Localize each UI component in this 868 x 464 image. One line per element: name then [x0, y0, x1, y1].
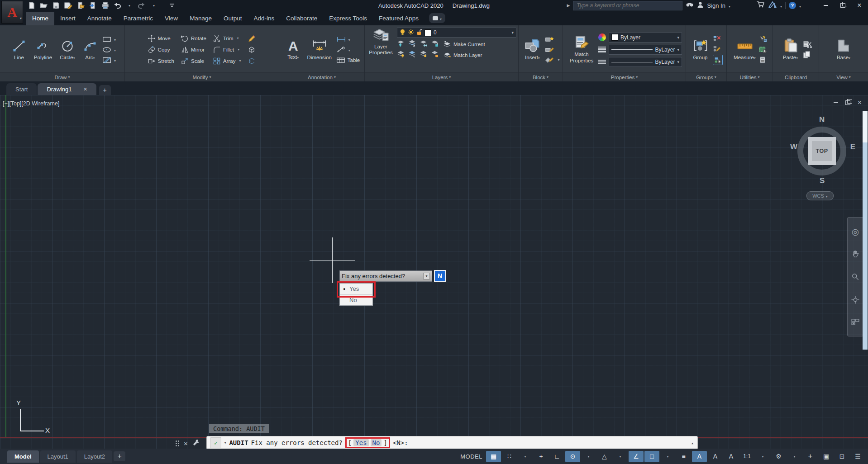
window-close-button[interactable]: ×: [853, 0, 866, 10]
fillet-button[interactable]: Fillet: [213, 45, 241, 54]
viewcube-top-face[interactable]: TOP: [808, 137, 836, 165]
command-history-expand-icon[interactable]: ▴: [691, 440, 694, 445]
group-edit-button[interactable]: [713, 44, 723, 53]
ribbon-tab-addins[interactable]: Add-ins: [248, 12, 280, 25]
pan-icon[interactable]: [851, 250, 859, 260]
qat-open-button[interactable]: [38, 1, 49, 10]
panel-label-clipboard[interactable]: Clipboard: [773, 72, 819, 81]
file-tab-start[interactable]: Start: [6, 83, 37, 95]
file-tab-drawing1[interactable]: Drawing1 ×: [38, 83, 96, 95]
annotation-visibility-toggle[interactable]: A: [692, 451, 707, 462]
qat-save-button[interactable]: [51, 1, 62, 10]
help-search-input[interactable]: [573, 1, 682, 10]
ungroup-button[interactable]: [713, 34, 723, 43]
match-layer-button[interactable]: Match Layer: [443, 51, 482, 59]
new-layout-button[interactable]: +: [114, 451, 125, 461]
show-motion-icon[interactable]: [851, 319, 859, 327]
model-space-toggle[interactable]: MODEL: [460, 453, 482, 460]
panel-label-view[interactable]: View: [819, 72, 868, 81]
panel-label-modify[interactable]: Modify: [125, 72, 279, 81]
application-menu-button[interactable]: A ▾: [1, 1, 23, 24]
qat-plot-button[interactable]: [100, 1, 110, 10]
navigation-wheel-icon[interactable]: ◎: [852, 227, 859, 237]
ribbon-tab-manage[interactable]: Manage: [184, 12, 218, 25]
linetype-dropdown[interactable]: ByLayer▾: [609, 57, 682, 67]
isometric-dropdown[interactable]: [613, 451, 628, 462]
qat-save-web-mobile-button[interactable]: [87, 1, 98, 10]
command-option-yes[interactable]: Yes: [353, 439, 368, 446]
recent-commands-caret-icon[interactable]: ▾: [224, 440, 226, 445]
copy-clip-button[interactable]: [803, 51, 812, 59]
command-dock-grip[interactable]: [176, 440, 179, 446]
layer-isolate-icon[interactable]: [408, 40, 416, 48]
lasso-button[interactable]: [247, 57, 256, 65]
erase-button[interactable]: [247, 34, 256, 43]
qat-save-as-button[interactable]: [63, 1, 74, 10]
copy-button[interactable]: Copy: [148, 45, 174, 54]
viewcube[interactable]: N W E TOP S WCS: [793, 115, 852, 206]
ribbon-tab-view[interactable]: View: [159, 12, 184, 25]
leader-button[interactable]: [336, 45, 360, 54]
app-store-cart-icon[interactable]: [757, 1, 765, 10]
annotation-scale-icon[interactable]: A: [724, 451, 739, 462]
qat-new-button[interactable]: [26, 1, 37, 10]
vertical-scrollbar[interactable]: [863, 111, 868, 350]
viewport-controls[interactable]: [−][Top][2D Wireframe]: [3, 100, 59, 107]
linear-dimension-button[interactable]: [336, 35, 360, 43]
annotation-monitor-button[interactable]: +: [803, 451, 818, 462]
move-button[interactable]: Move: [148, 34, 174, 43]
ribbon-tab-parametric[interactable]: Parametric: [118, 12, 159, 25]
ribbon-tab-home[interactable]: Home: [26, 12, 54, 25]
file-tab-close-icon[interactable]: ×: [83, 85, 87, 93]
command-line[interactable]: ✓ ▾ AUDIT Fix any errors detected? [ Yes…: [206, 436, 698, 449]
ribbon-tab-annotate[interactable]: Annotate: [81, 12, 118, 25]
viewcube-north[interactable]: N: [819, 115, 825, 124]
panel-label-layers[interactable]: Layers: [365, 72, 518, 81]
snap-dropdown[interactable]: [518, 451, 533, 462]
sign-in-button[interactable]: Sign In: [707, 2, 725, 9]
customization-menu-button[interactable]: ☰: [850, 451, 865, 462]
circle-button[interactable]: Circle: [57, 38, 78, 61]
ribbon-tab-collaborate[interactable]: Collaborate: [280, 12, 323, 25]
layer-on-all-icon[interactable]: [397, 51, 405, 59]
command-accept-icon[interactable]: ✓: [210, 437, 221, 448]
viewport-minimize-button[interactable]: [834, 102, 838, 103]
lineweight-dropdown[interactable]: ByLayer▾: [609, 45, 682, 55]
cut-button[interactable]: [803, 40, 812, 49]
annotation-scale-value[interactable]: 1:1: [739, 451, 754, 462]
ellipse-button[interactable]: [102, 45, 116, 54]
layout-tab-layout2[interactable]: Layout2: [77, 450, 112, 463]
dynamic-input-value[interactable]: N: [434, 270, 446, 282]
window-minimize-button[interactable]: [819, 0, 833, 10]
layout-tab-model[interactable]: Model: [7, 450, 39, 463]
define-attributes-button[interactable]: [545, 56, 559, 64]
panel-label-groups[interactable]: Groups: [686, 72, 726, 81]
grid-toggle[interactable]: ▦: [486, 451, 501, 462]
zoom-icon[interactable]: [851, 273, 859, 283]
polar-tracking-toggle[interactable]: ⊙: [565, 451, 580, 462]
qat-redo-button[interactable]: [136, 1, 147, 10]
viewcube-east[interactable]: E: [850, 142, 855, 152]
command-close-icon[interactable]: ×: [184, 440, 188, 447]
hatch-button[interactable]: [102, 56, 116, 64]
base-button[interactable]: Base: [833, 38, 854, 61]
layer-dropdown[interactable]: 0 ▾: [397, 28, 516, 38]
dynamic-input-dock-icon[interactable]: ▾: [423, 273, 430, 279]
layer-lock-icon[interactable]: [431, 40, 439, 48]
sign-in-dropdown[interactable]: [729, 1, 730, 9]
group-selection-toggle[interactable]: [713, 55, 723, 65]
table-button[interactable]: Table: [336, 56, 360, 64]
layer-dropdown-caret-icon[interactable]: ▾: [511, 30, 514, 35]
object-snap-toggle[interactable]: □: [644, 451, 659, 462]
viewport-restore-button[interactable]: [845, 100, 850, 105]
viewport-close-button[interactable]: ×: [858, 99, 862, 107]
window-restore-button[interactable]: [836, 0, 849, 10]
object-snap-dropdown[interactable]: [660, 451, 675, 462]
panel-label-draw[interactable]: Draw: [0, 72, 124, 81]
viewcube-west[interactable]: W: [790, 142, 797, 152]
orbit-icon[interactable]: [851, 296, 859, 306]
panel-label-annotation[interactable]: Annotation: [279, 72, 364, 81]
layer-unlock-all-icon[interactable]: [420, 51, 427, 59]
trim-button[interactable]: Trim: [213, 34, 241, 43]
qat-undo-button[interactable]: [112, 1, 123, 10]
